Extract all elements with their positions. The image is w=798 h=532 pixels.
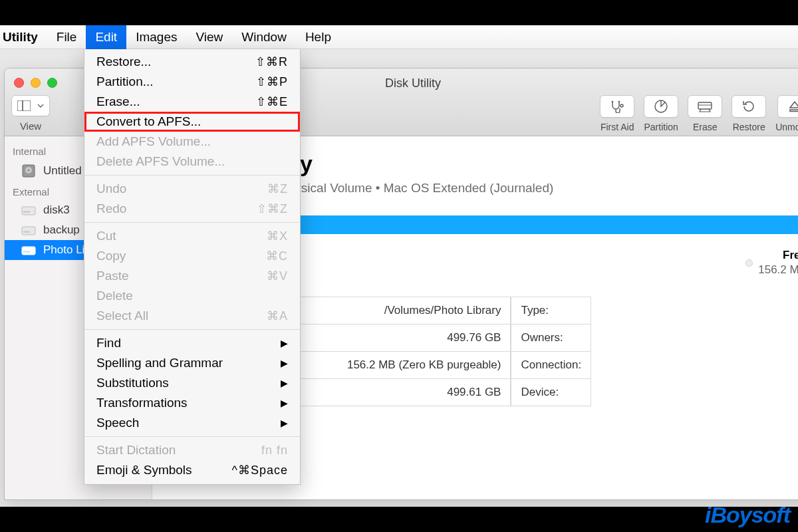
sidebar-item-label: Untitled xyxy=(43,164,82,178)
menu-window[interactable]: Window xyxy=(232,25,296,49)
pie-icon xyxy=(654,99,668,114)
menu-edit[interactable]: Edit xyxy=(86,25,126,49)
menu-item-add-apfs-volume: Add APFS Volume... xyxy=(84,132,300,152)
svg-point-3 xyxy=(612,101,614,103)
sidebar-item-label: disk3 xyxy=(43,203,70,217)
menu-file[interactable]: File xyxy=(47,25,86,49)
erase-button[interactable] xyxy=(688,95,722,118)
first-aid-button[interactable] xyxy=(600,95,634,118)
menu-item-cut: Cut⌘X xyxy=(84,226,300,246)
legend-free-value: 156.2 MB xyxy=(758,263,798,277)
submenu-arrow-icon: ▶ xyxy=(281,358,288,368)
menu-item-substitutions[interactable]: Substitutions▶ xyxy=(84,373,300,393)
table-row: Device: xyxy=(511,379,591,406)
menu-item-restore[interactable]: Restore...⇧⌘R xyxy=(84,52,300,72)
menu-item-start-dictation: Start Dictationfn fn xyxy=(84,440,300,460)
external-disk-icon xyxy=(21,223,37,237)
external-disk-icon xyxy=(21,243,37,257)
menu-item-delete-apfs-volume: Delete APFS Volume... xyxy=(84,152,300,172)
eject-icon xyxy=(788,100,798,113)
restore-icon xyxy=(741,100,756,113)
stethoscope-icon xyxy=(609,100,625,113)
sidebar-item-label: backup xyxy=(43,223,80,237)
menu-item-redo: Redo⇧⌘Z xyxy=(84,199,300,219)
internal-disk-icon xyxy=(21,163,37,179)
unmount-label: Unmount xyxy=(775,122,798,132)
svg-point-2 xyxy=(620,104,623,107)
erase-label: Erase xyxy=(693,122,718,132)
chevron-down-icon xyxy=(37,104,44,108)
first-aid-label: First Aid xyxy=(600,122,634,132)
menu-item-partition[interactable]: Partition...⇧⌘P xyxy=(84,72,300,92)
svg-rect-1 xyxy=(23,100,31,111)
menu-item-erase[interactable]: Erase...⇧⌘E xyxy=(84,92,300,112)
menu-item-spelling-grammar[interactable]: Spelling and Grammar▶ xyxy=(84,353,300,373)
svg-point-12 xyxy=(28,170,30,172)
svg-rect-18 xyxy=(23,251,30,253)
menu-item-convert-to-apfs[interactable]: Convert to APFS... xyxy=(84,112,300,132)
svg-rect-0 xyxy=(17,100,23,111)
svg-point-4 xyxy=(618,101,620,103)
menu-item-speech[interactable]: Speech▶ xyxy=(84,413,300,433)
menu-item-find[interactable]: Find▶ xyxy=(84,333,300,353)
svg-rect-16 xyxy=(23,231,30,233)
menu-item-emoji-symbols[interactable]: Emoji & Symbols^⌘Space xyxy=(84,460,300,480)
external-disk-icon xyxy=(21,203,37,217)
menu-help[interactable]: Help xyxy=(296,25,340,49)
restore-button[interactable] xyxy=(732,95,766,118)
submenu-arrow-icon: ▶ xyxy=(281,338,288,348)
toolbar: First Aid Partition Erase xyxy=(600,95,798,132)
edit-menu-dropdown: Restore...⇧⌘R Partition...⇧⌘P Erase...⇧⌘… xyxy=(84,49,301,485)
menu-app[interactable]: Utility xyxy=(3,25,47,49)
table-row: Type: xyxy=(511,297,591,325)
menu-item-paste: Paste⌘V xyxy=(84,266,300,286)
erase-icon xyxy=(697,100,713,112)
svg-rect-6 xyxy=(698,102,712,109)
svg-rect-8 xyxy=(790,110,798,112)
view-label: View xyxy=(20,120,41,132)
menu-images[interactable]: Images xyxy=(126,25,186,49)
partition-label: Partition xyxy=(644,122,678,132)
menu-item-select-all: Select All⌘A xyxy=(84,306,300,326)
watermark: iBoysoft xyxy=(705,502,790,528)
legend-free-label: Free xyxy=(783,249,798,262)
unmount-button[interactable] xyxy=(777,95,798,118)
menu-item-delete: Delete xyxy=(84,286,300,306)
view-mode-button[interactable] xyxy=(11,95,50,116)
menubar: Utility File Edit Images View Window Hel… xyxy=(0,25,798,49)
partition-button[interactable] xyxy=(644,95,678,118)
menu-item-transformations[interactable]: Transformations▶ xyxy=(84,393,300,413)
restore-label: Restore xyxy=(733,122,765,132)
menu-item-undo: Undo⌘Z xyxy=(84,179,300,199)
legend-dot-icon xyxy=(745,259,753,267)
submenu-arrow-icon: ▶ xyxy=(281,398,288,408)
submenu-arrow-icon: ▶ xyxy=(281,378,288,388)
menu-item-copy: Copy⌘C xyxy=(84,246,300,266)
table-row: Connection: xyxy=(511,352,591,379)
svg-rect-14 xyxy=(23,211,30,213)
details-table-right: Type: Owners: Connection: Device: xyxy=(511,297,591,406)
submenu-arrow-icon: ▶ xyxy=(281,418,288,428)
menu-view[interactable]: View xyxy=(186,25,232,49)
table-row: Owners: xyxy=(511,325,591,352)
